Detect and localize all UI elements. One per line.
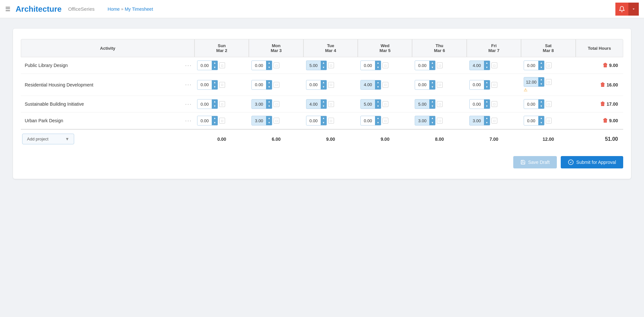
breadcrumb-current[interactable]: My Timesheet xyxy=(125,7,153,12)
spin-down-r1-d6[interactable]: ▼ xyxy=(538,82,544,86)
comment-icon-r2-d1[interactable]: □ xyxy=(274,101,279,107)
spin-up-r2-d4[interactable]: ▲ xyxy=(429,99,435,104)
delete-icon-r3[interactable]: 🗑 xyxy=(603,118,608,123)
spin-up-r3-d6[interactable]: ▲ xyxy=(538,116,544,121)
hour-input-r1-d1[interactable] xyxy=(252,81,266,88)
spin-up-r0-d2[interactable]: ▲ xyxy=(321,61,327,65)
spin-down-r3-d1[interactable]: ▼ xyxy=(266,121,272,125)
hour-input-r1-d4[interactable] xyxy=(415,81,429,88)
hour-input-r2-d3[interactable] xyxy=(361,100,375,108)
spin-down-r0-d3[interactable]: ▼ xyxy=(375,65,381,70)
spin-up-r1-d3[interactable]: ▲ xyxy=(375,80,381,85)
comment-icon-r2-d3[interactable]: □ xyxy=(382,101,388,107)
comment-icon-r1-d1[interactable]: □ xyxy=(274,82,279,88)
spin-up-r0-d4[interactable]: ▲ xyxy=(429,61,435,65)
spin-up-r2-d5[interactable]: ▲ xyxy=(484,99,490,104)
spin-down-r1-d1[interactable]: ▼ xyxy=(266,85,272,89)
spin-up-r2-d1[interactable]: ▲ xyxy=(266,99,272,104)
hour-input-r2-d2[interactable] xyxy=(306,100,321,108)
hour-input-r0-d1[interactable] xyxy=(252,62,266,69)
row-options-button[interactable]: ··· xyxy=(182,96,195,112)
hour-input-r3-d6[interactable] xyxy=(524,117,538,125)
spin-up-r1-d5[interactable]: ▲ xyxy=(484,80,490,85)
hour-input-r3-d5[interactable] xyxy=(470,117,484,125)
hour-input-r0-d0[interactable] xyxy=(197,62,212,69)
spin-down-r3-d5[interactable]: ▼ xyxy=(484,121,490,125)
spin-up-r2-d0[interactable]: ▲ xyxy=(212,99,218,104)
spin-down-r2-d5[interactable]: ▼ xyxy=(484,104,490,109)
spin-down-r3-d6[interactable]: ▼ xyxy=(538,121,544,125)
comment-icon-r3-d0[interactable]: □ xyxy=(219,118,225,124)
spin-up-r3-d5[interactable]: ▲ xyxy=(484,116,490,121)
hour-input-r2-d0[interactable] xyxy=(197,100,212,108)
spin-down-r2-d1[interactable]: ▼ xyxy=(266,104,272,109)
spin-up-r2-d3[interactable]: ▲ xyxy=(375,99,381,104)
menu-icon[interactable]: ☰ xyxy=(5,6,10,13)
user-dropdown-button[interactable] xyxy=(628,3,639,16)
comment-icon-r1-d6[interactable]: □ xyxy=(546,79,552,85)
add-project-button[interactable]: Add project ▼ xyxy=(22,134,74,144)
comment-icon-r3-d3[interactable]: □ xyxy=(382,118,388,124)
hour-input-r3-d2[interactable] xyxy=(306,117,321,125)
submit-button[interactable]: Submit for Approval xyxy=(561,156,623,168)
spin-up-r3-d3[interactable]: ▲ xyxy=(375,116,381,121)
spin-up-r1-d1[interactable]: ▲ xyxy=(266,80,272,85)
spin-down-r2-d6[interactable]: ▼ xyxy=(538,104,544,109)
spin-up-r3-d0[interactable]: ▲ xyxy=(212,116,218,121)
comment-icon-r1-d5[interactable]: □ xyxy=(491,82,497,88)
comment-icon-r1-d3[interactable]: □ xyxy=(382,82,388,88)
spin-down-r0-d1[interactable]: ▼ xyxy=(266,65,272,70)
comment-icon-r0-d5[interactable]: □ xyxy=(491,62,497,68)
spin-down-r1-d2[interactable]: ▼ xyxy=(321,85,327,89)
comment-icon-r0-d2[interactable]: □ xyxy=(328,62,334,68)
hour-input-r1-d3[interactable] xyxy=(361,81,375,88)
spin-up-r0-d5[interactable]: ▲ xyxy=(484,61,490,65)
save-draft-button[interactable]: Save Draft xyxy=(513,156,557,168)
comment-icon-r0-d4[interactable]: □ xyxy=(437,62,443,68)
spin-down-r0-d4[interactable]: ▼ xyxy=(429,65,435,70)
comment-icon-r2-d2[interactable]: □ xyxy=(328,101,334,107)
spin-down-r2-d4[interactable]: ▼ xyxy=(429,104,435,109)
spin-up-r3-d1[interactable]: ▲ xyxy=(266,116,272,121)
hour-input-r3-d3[interactable] xyxy=(361,117,375,125)
row-options-button[interactable]: ··· xyxy=(182,57,195,74)
comment-icon-r3-d6[interactable]: □ xyxy=(546,118,552,124)
hour-input-r0-d2[interactable] xyxy=(306,62,321,69)
spin-down-r1-d0[interactable]: ▼ xyxy=(212,85,218,89)
spin-up-r0-d6[interactable]: ▲ xyxy=(538,61,544,65)
delete-icon-r1[interactable]: 🗑 xyxy=(600,82,605,87)
spin-up-r0-d3[interactable]: ▲ xyxy=(375,61,381,65)
spin-down-r3-d4[interactable]: ▼ xyxy=(429,121,435,125)
comment-icon-r0-d6[interactable]: □ xyxy=(546,62,552,68)
hour-input-r2-d1[interactable] xyxy=(252,100,266,108)
spin-down-r1-d3[interactable]: ▼ xyxy=(375,85,381,89)
hour-input-r2-d4[interactable] xyxy=(415,100,429,108)
comment-icon-r3-d4[interactable]: □ xyxy=(437,118,443,124)
hour-input-r0-d6[interactable] xyxy=(524,62,538,69)
spin-down-r3-d2[interactable]: ▼ xyxy=(321,121,327,125)
row-options-button[interactable]: ··· xyxy=(182,112,195,129)
comment-icon-r1-d2[interactable]: □ xyxy=(328,82,334,88)
spin-up-r2-d6[interactable]: ▲ xyxy=(538,99,544,104)
spin-down-r2-d0[interactable]: ▼ xyxy=(212,104,218,109)
spin-down-r1-d5[interactable]: ▼ xyxy=(484,85,490,89)
spin-up-r3-d4[interactable]: ▲ xyxy=(429,116,435,121)
delete-icon-r0[interactable]: 🗑 xyxy=(603,62,608,68)
spin-down-r3-d0[interactable]: ▼ xyxy=(212,121,218,125)
spin-up-r2-d2[interactable]: ▲ xyxy=(321,99,327,104)
delete-icon-r2[interactable]: 🗑 xyxy=(600,101,605,107)
comment-icon-r0-d1[interactable]: □ xyxy=(274,62,279,68)
spin-down-r2-d3[interactable]: ▼ xyxy=(375,104,381,109)
spin-down-r0-d0[interactable]: ▼ xyxy=(212,65,218,70)
comment-icon-r2-d6[interactable]: □ xyxy=(546,101,552,107)
comment-icon-r2-d5[interactable]: □ xyxy=(491,101,497,107)
hour-input-r3-d0[interactable] xyxy=(197,117,212,125)
hour-input-r0-d3[interactable] xyxy=(361,62,375,69)
breadcrumb-home[interactable]: Home xyxy=(108,7,120,12)
hour-input-r1-d0[interactable] xyxy=(197,81,212,88)
row-options-button[interactable]: ··· xyxy=(182,74,195,96)
spin-down-r0-d5[interactable]: ▼ xyxy=(484,65,490,70)
spin-up-r0-d1[interactable]: ▲ xyxy=(266,61,272,65)
spin-up-r3-d2[interactable]: ▲ xyxy=(321,116,327,121)
hour-input-r2-d6[interactable] xyxy=(524,100,538,108)
